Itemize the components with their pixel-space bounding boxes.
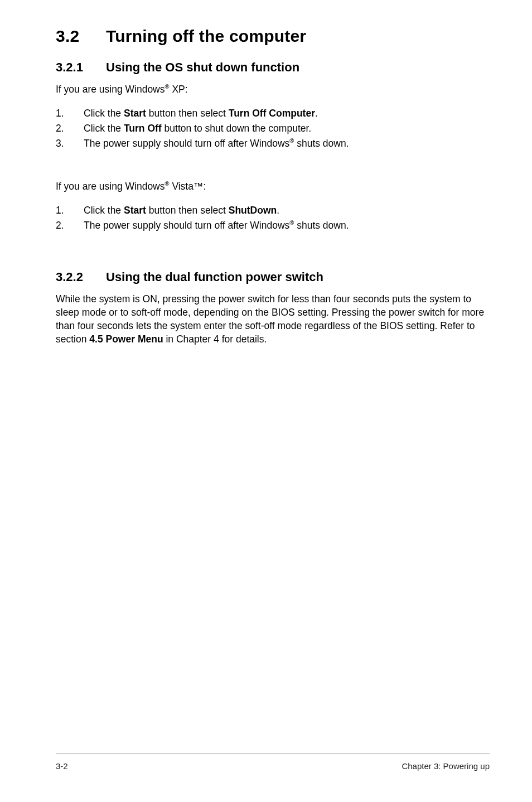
- text-fragment: Click the: [84, 205, 124, 216]
- list-item: 1. Click the Start button then select Tu…: [56, 106, 490, 121]
- text-fragment: If you are using Windows: [56, 84, 165, 95]
- subsection-title: Using the dual function power switch: [106, 270, 323, 284]
- registered-symbol: ®: [165, 180, 170, 187]
- page-content: 3.2Turning off the computer 3.2.1Using t…: [0, 0, 532, 802]
- step-text: Click the Turn Off button to shut down t…: [84, 121, 490, 136]
- section-number: 3.2: [56, 27, 106, 46]
- bold-text: ShutDown: [229, 205, 277, 216]
- steps-vista: 1. Click the Start button then select Sh…: [56, 203, 490, 233]
- text-fragment: The power supply should turn off after W…: [84, 138, 289, 149]
- subsection-number: 3.2.2: [56, 270, 106, 284]
- text-fragment: button then select: [146, 205, 229, 216]
- subsection-number: 3.2.1: [56, 60, 106, 75]
- list-item: 3. The power supply should turn off afte…: [56, 136, 490, 151]
- footer-row: 3-2 Chapter 3: Powering up: [56, 761, 490, 771]
- page-footer: 3-2 Chapter 3: Powering up: [56, 753, 490, 771]
- subsection-heading: 3.2.2Using the dual function power switc…: [56, 270, 490, 284]
- text-fragment: shuts down.: [294, 138, 349, 149]
- text-fragment: XP:: [170, 84, 188, 95]
- text-fragment: Click the: [84, 108, 124, 119]
- text-fragment: .: [277, 205, 279, 216]
- section-title: Turning off the computer: [106, 27, 306, 45]
- list-item: 2. Click the Turn Off button to shut dow…: [56, 121, 490, 136]
- footer-divider: [56, 753, 490, 758]
- step-text: The power supply should turn off after W…: [84, 136, 490, 151]
- step-number: 1.: [56, 106, 84, 121]
- text-fragment: shuts down.: [294, 220, 349, 231]
- steps-xp: 1. Click the Start button then select Tu…: [56, 106, 490, 151]
- bold-text: Start: [124, 108, 146, 119]
- subsection-heading: 3.2.1Using the OS shut down function: [56, 60, 490, 75]
- step-number: 2.: [56, 121, 84, 136]
- step-text: Click the Start button then select Turn …: [84, 106, 490, 121]
- body-text: While the system is ON, pressing the pow…: [56, 292, 490, 346]
- spacer: [56, 168, 490, 180]
- bold-text: Turn Off Computer: [229, 108, 315, 119]
- intro-xp: If you are using Windows® XP:: [56, 83, 490, 96]
- text-fragment: in Chapter 4 for details.: [163, 334, 267, 345]
- text-fragment: Click the: [84, 123, 124, 134]
- spacer: [56, 250, 490, 270]
- text-fragment: .: [315, 108, 318, 119]
- step-number: 1.: [56, 203, 84, 218]
- section-heading: 3.2Turning off the computer: [56, 27, 490, 46]
- list-item: 1. Click the Start button then select Sh…: [56, 203, 490, 218]
- step-text: Click the Start button then select ShutD…: [84, 203, 490, 218]
- registered-symbol: ®: [165, 83, 170, 90]
- page-number: 3-2: [56, 761, 68, 771]
- text-fragment: button then select: [146, 108, 229, 119]
- text-fragment: button to shut down the computer.: [162, 123, 312, 134]
- chapter-label: Chapter 3: Powering up: [402, 761, 490, 771]
- bold-text: Start: [124, 205, 146, 216]
- bold-text: Turn Off: [124, 123, 162, 134]
- step-number: 2.: [56, 218, 84, 233]
- subsection-title: Using the OS shut down function: [106, 60, 299, 74]
- list-item: 2. The power supply should turn off afte…: [56, 218, 490, 233]
- intro-vista: If you are using Windows® Vista™:: [56, 180, 490, 193]
- text-fragment: The power supply should turn off after W…: [84, 220, 289, 231]
- bold-text: 4.5 Power Menu: [89, 334, 163, 345]
- text-fragment: Vista™:: [170, 181, 206, 192]
- step-text: The power supply should turn off after W…: [84, 218, 490, 233]
- text-fragment: If you are using Windows: [56, 181, 165, 192]
- step-number: 3.: [56, 136, 84, 151]
